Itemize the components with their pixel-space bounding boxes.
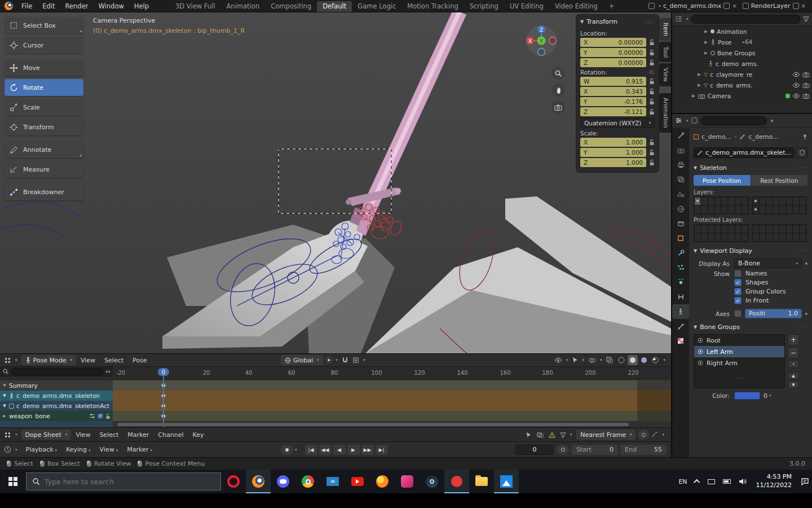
disclosure-closed-icon[interactable]: ▶ [691,94,696,98]
layer-cell[interactable] [735,205,742,214]
in-front-checkbox[interactable]: ✓ [734,297,742,304]
bone-group-row-root[interactable]: Root [694,335,784,346]
taskbar-app-discord[interactable] [271,470,295,493]
bone-group-color-index[interactable]: 0 [764,392,767,400]
current-frame-field[interactable]: 0 [515,445,554,455]
scene-selector[interactable]: ▾ c_demo_arms.dmx × [646,1,739,11]
panel-collapse-icon[interactable]: ▼ [580,19,584,24]
next-keyframe-button[interactable]: ▶▶ [361,445,374,455]
frame-start-field[interactable]: Start0 [572,445,618,455]
layer-cell[interactable] [742,197,748,205]
camera-view-icon[interactable] [551,100,565,114]
breadcrumb-data[interactable]: c_demo... [748,133,800,141]
layer-cell[interactable] [714,233,721,242]
layer-cell[interactable] [708,225,714,233]
tool-transform[interactable]: Transform [5,119,83,135]
taskbar-app-youtube[interactable] [345,470,370,493]
workspace-tab-default[interactable]: Default [317,1,352,12]
axes-checkbox[interactable] [734,310,742,317]
play-button[interactable]: ▶ [347,445,360,455]
taskbar-app-firefox[interactable] [370,470,395,493]
disclosure-open-icon[interactable]: ▼ [2,393,7,398]
current-frame-line[interactable] [163,376,164,427]
layer-cell[interactable] [735,197,742,205]
xray-toggle[interactable] [604,353,615,367]
layer-cell[interactable] [786,233,793,242]
pin-icon[interactable] [802,134,807,140]
channel-weapon-bone[interactable]: ▶ weapon_bone ✓ [0,411,113,421]
dopesheet-keys-canvas[interactable]: -20 0 20 40 60 80 100 120 140 160 180 20… [113,367,671,427]
animate-property-dot[interactable] [805,262,807,265]
previous-keyframe-button[interactable]: ◀◀ [319,445,332,455]
layer-cell[interactable] [779,233,786,242]
editor-type-dropdown[interactable]: ▾ [0,443,21,457]
workspace-tab-scripting[interactable]: Scripting [464,1,504,12]
current-frame-badge[interactable]: 0 [158,368,169,376]
shading-wireframe-toggle[interactable] [616,355,626,365]
properties-tab-bone[interactable] [672,319,689,334]
outliner-item-animation[interactable]: ▶ Animation [672,26,812,37]
bone-group-row-right-arm[interactable]: Right Arm [694,357,784,369]
lock-open-icon[interactable] [649,39,655,46]
disable-render-icon[interactable] [802,82,810,88]
animate-property-dot[interactable] [805,313,807,315]
hide-eye-icon[interactable] [792,82,800,88]
disable-render-icon[interactable] [802,72,810,77]
taskbar-app-recorder[interactable] [444,470,469,493]
pan-hand-icon[interactable] [551,84,565,97]
outliner-editor-icon[interactable] [675,15,682,23]
location-y-field[interactable]: Y0.00000 [580,48,646,57]
pivot-point-dropdown[interactable]: ▾ [323,353,341,367]
timeline-ruler[interactable]: -20 0 20 40 60 80 100 120 140 160 180 20… [113,367,671,379]
tool-move[interactable]: Move [5,59,83,76]
layer-cell[interactable] [742,225,748,233]
tool-scale[interactable]: Scale [5,99,83,116]
zoom-tool-icon[interactable] [551,67,565,80]
blender-logo-icon[interactable] [5,2,13,10]
layer-cell[interactable] [721,197,728,205]
bone-groups-panel-header[interactable]: ▼Bone Groups···· [694,321,807,333]
properties-tab-view-layer[interactable] [672,172,689,187]
scale-x-field[interactable]: X1.000 [580,138,646,147]
tray-battery-icon[interactable] [719,479,735,484]
taskbar-app-file-explorer[interactable] [469,470,494,493]
auto-keying-toggle[interactable] [557,445,569,455]
names-checkbox[interactable] [734,270,742,277]
menu-view[interactable]: View▾ [95,446,123,453]
taskbar-app-steam[interactable] [420,470,444,493]
list-resize-grip[interactable]: ···· [694,376,784,382]
viewport-display-panel-header[interactable]: ▼Viewport Display···· [694,244,807,257]
layer-cell[interactable] [759,225,766,233]
properties-tab-collection[interactable] [672,216,689,231]
layer-cell[interactable] [800,233,806,242]
outliner-item-camera[interactable]: ▶ Camera [672,90,812,101]
properties-tab-physics[interactable] [672,275,689,290]
disclosure-open-icon[interactable]: ▼ [2,383,7,388]
properties-tab-output[interactable] [672,157,689,172]
disclosure-closed-icon[interactable]: ▶ [704,29,708,34]
layer-cell[interactable] [752,197,759,205]
workspace-tab-video-editing[interactable]: Video Editing [549,1,603,12]
properties-tab-modifiers[interactable] [672,246,689,260]
viewport-3d[interactable]: Camera Perspective (0) c_demo_arms.dmx_s… [0,12,671,353]
layer-cell[interactable] [742,233,748,242]
taskbar-app-pink[interactable] [395,470,420,493]
new-scene-icon[interactable] [723,3,730,9]
layer-cell[interactable] [793,197,800,205]
armature-name-field[interactable]: c_demo_arms.dmx_skelet... [694,147,795,158]
workspace-tab-game-logic[interactable]: Game Logic [352,1,401,12]
layer-cell[interactable] [742,205,748,214]
breadcrumb-object[interactable]: c_demo... [701,133,731,141]
show-hidden-icon[interactable] [535,428,546,441]
tool-rotate[interactable]: Rotate [5,79,83,96]
bone-group-color-swatch[interactable] [734,392,760,400]
taskbar-app-chrome[interactable] [295,470,320,493]
list-scroll-down[interactable]: ▼ [788,381,799,388]
tab-view[interactable]: View [659,63,671,86]
add-bone-group-button[interactable]: + [788,334,799,345]
proportional-edit-toggle[interactable] [638,430,649,440]
tool-select-box[interactable]: Select Box [5,17,83,34]
menu-edit[interactable]: Edit [37,0,60,12]
only-selected-filter-icon[interactable] [524,428,535,441]
layer-cell[interactable] [779,205,786,214]
